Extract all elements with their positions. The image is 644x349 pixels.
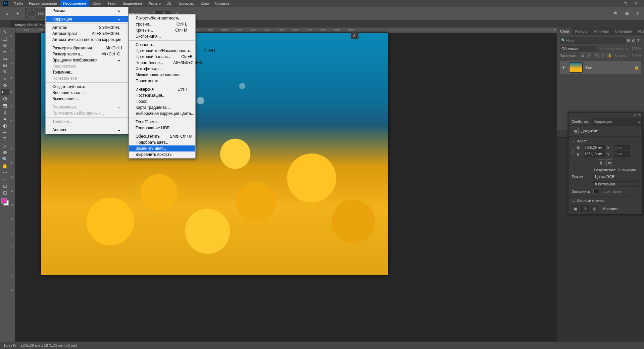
- menu-item[interactable]: Вращение изображения: [46, 57, 128, 63]
- menu-item[interactable]: Размер холста...Alt+Ctrl+C: [46, 51, 128, 57]
- menu-item[interactable]: Заменить цвет...: [129, 145, 195, 151]
- tool-22[interactable]: ···: [1, 176, 9, 183]
- tool-8[interactable]: ✥: [1, 82, 9, 89]
- tool-18[interactable]: ✥: [1, 149, 9, 156]
- tool-0[interactable]: ↖: [1, 28, 9, 35]
- menu-item[interactable]: Внешний канал...: [46, 90, 128, 96]
- tool-9[interactable]: ✦: [1, 89, 9, 95]
- menu-item[interactable]: ОбесцветитьShift+Ctrl+U: [129, 133, 195, 139]
- menu-item[interactable]: Тримминг...: [46, 69, 128, 75]
- tool-1[interactable]: ⬚: [1, 35, 9, 42]
- width-input[interactable]: [584, 145, 605, 150]
- tab-adjustments[interactable]: Коррекция: [591, 118, 615, 125]
- tool-17[interactable]: ▷: [1, 142, 9, 149]
- menu-item[interactable]: ИнверсияCtrl+I: [129, 86, 195, 92]
- tab-layers[interactable]: Слои: [557, 28, 572, 35]
- tab-properties[interactable]: Свойства: [568, 118, 591, 125]
- tool-15[interactable]: ✒: [1, 129, 9, 136]
- filter-adjust-icon[interactable]: ◐: [632, 38, 635, 43]
- home-icon[interactable]: ⌂: [3, 10, 10, 17]
- menu-справка[interactable]: Справка: [212, 0, 233, 7]
- lock-all-icon[interactable]: 🔒: [607, 53, 612, 58]
- close-icon[interactable]: ✕: [638, 113, 641, 118]
- menu-изображение[interactable]: Изображение: [60, 0, 89, 7]
- menu-item[interactable]: Вычисления...: [46, 96, 128, 102]
- tool-19[interactable]: 🔍: [1, 156, 9, 163]
- menu-выделение[interactable]: Выделение: [120, 0, 145, 7]
- menu-item[interactable]: Создать дубликат...: [46, 84, 128, 90]
- menu-item[interactable]: АвтоконтрастAlt+Shift+Ctrl+L: [46, 31, 128, 37]
- tab-paths[interactable]: Контуры: [591, 28, 612, 35]
- menu-текст[interactable]: Текст: [104, 0, 120, 7]
- tool-24[interactable]: ⊟: [1, 189, 9, 196]
- menu-item[interactable]: Уровни...Ctrl+L: [129, 21, 195, 27]
- layer-search-input[interactable]: [560, 37, 625, 44]
- tool-11[interactable]: ⬒: [1, 102, 9, 109]
- menu-item[interactable]: Микширование каналов...: [129, 72, 195, 78]
- menu-item[interactable]: Карта градиента...: [129, 104, 195, 111]
- menu-3d[interactable]: 3D: [164, 0, 175, 7]
- menu-item[interactable]: Выборочная коррекция цвета...: [129, 111, 195, 117]
- chevron-down-icon[interactable]: ⌄: [572, 139, 575, 143]
- guides-icon[interactable]: ▥: [591, 205, 598, 212]
- menu-item[interactable]: Режим: [46, 8, 128, 14]
- menu-item[interactable]: Размер изображения...Alt+Ctrl+I: [46, 45, 128, 51]
- portrait-icon[interactable]: ▯: [598, 159, 604, 166]
- tool-2[interactable]: ⊘: [1, 42, 9, 48]
- tool-7[interactable]: ⟐: [1, 75, 9, 82]
- menu-item[interactable]: Черно-белое...Alt+Shift+Ctrl+B: [129, 60, 195, 66]
- menu-item[interactable]: Фотофильтр...: [129, 66, 195, 72]
- menu-окно[interactable]: Окно: [197, 0, 212, 7]
- bit-depth-select[interactable]: 8 бит/канал: [593, 181, 639, 187]
- blend-mode-select[interactable]: Обычные: [560, 46, 597, 51]
- menu-item[interactable]: Анализ: [46, 127, 128, 133]
- link-dimensions-icon[interactable]: ⍃: [572, 149, 574, 153]
- menu-item[interactable]: Сочность...: [129, 42, 195, 48]
- minimize-button[interactable]: —: [609, 0, 620, 7]
- panel-menu-icon[interactable]: ≡: [636, 118, 642, 125]
- tool-3[interactable]: ✂: [1, 48, 9, 55]
- units-select[interactable]: Миллиме...: [601, 206, 639, 211]
- menu-item[interactable]: Яркость/Контрастность...: [129, 15, 195, 21]
- menu-просмотр[interactable]: Просмотр: [175, 0, 197, 7]
- tool-5[interactable]: ⊞: [1, 62, 9, 69]
- visibility-icon[interactable]: 👁: [562, 66, 566, 70]
- share-icon[interactable]: ⇪: [635, 10, 641, 16]
- height-input[interactable]: [584, 151, 605, 157]
- opacity-value[interactable]: 100%: [632, 47, 641, 51]
- maximize-button[interactable]: ▢: [620, 0, 631, 7]
- menu-item[interactable]: Порог...: [129, 98, 195, 104]
- filter-image-icon[interactable]: ▦: [627, 38, 630, 43]
- search-icon[interactable]: 🔍: [613, 10, 619, 16]
- zoom-level[interactable]: 16,67%: [3, 343, 16, 347]
- menu-файл[interactable]: Файл: [11, 0, 26, 7]
- menu-item[interactable]: Поиск цвета...: [129, 78, 195, 84]
- menu-item[interactable]: Экспозиция...: [129, 33, 195, 39]
- lock-pixels-icon[interactable]: ▦: [581, 53, 585, 58]
- color-mode-select[interactable]: Цвета RGB: [593, 174, 639, 179]
- menu-item[interactable]: Коррекция: [46, 16, 128, 22]
- menu-фильтр[interactable]: Фильтр: [145, 0, 164, 7]
- layer-row[interactable]: 👁 Фон 🔒: [560, 61, 641, 74]
- menu-item[interactable]: Выровнять яркость: [129, 151, 195, 158]
- menu-item[interactable]: Цветовой тон/Насыщенность...Ctrl+U: [129, 48, 195, 54]
- collapse-icon[interactable]: ‹‹: [634, 113, 636, 118]
- workspace-icon[interactable]: ▦: [624, 10, 630, 16]
- fill-select[interactable]: Цвет фона: [602, 189, 639, 194]
- menu-item[interactable]: Цветовой баланс...Ctrl+B: [129, 54, 195, 60]
- menu-слои[interactable]: Слои: [89, 0, 104, 7]
- tool-21[interactable]: ⋯: [1, 169, 9, 176]
- tool-13[interactable]: ●: [1, 116, 9, 122]
- menu-item[interactable]: АвтотонShift+Ctrl+L: [46, 25, 128, 31]
- rulers-icon[interactable]: ▦: [572, 205, 579, 212]
- fill-color-swatch[interactable]: [593, 189, 599, 194]
- tab-actions[interactable]: Операции: [612, 28, 635, 35]
- tool-23[interactable]: ⊡: [1, 183, 9, 189]
- lock-move-icon[interactable]: ✥: [594, 53, 599, 58]
- tool-20[interactable]: ✋: [1, 163, 9, 169]
- menu-item[interactable]: Автоматическая цветовая коррекцияShift+C…: [46, 37, 128, 43]
- filter-text-icon[interactable]: T: [637, 39, 640, 43]
- menu-item[interactable]: Подобрать цвет...: [129, 139, 195, 145]
- tool-6[interactable]: ✎: [1, 69, 9, 75]
- lock-position-icon[interactable]: ✦: [587, 53, 592, 58]
